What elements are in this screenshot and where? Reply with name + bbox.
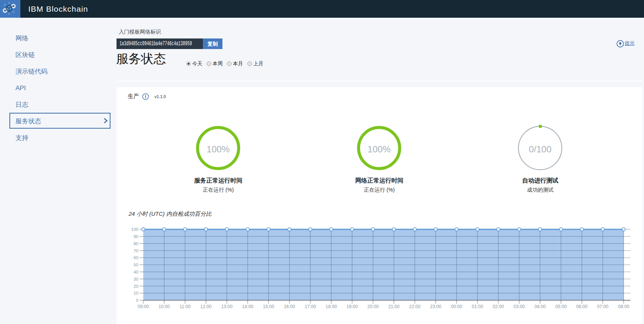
svg-text:20:00: 20:00	[367, 304, 379, 309]
svg-text:80: 80	[133, 241, 138, 246]
svg-text:09:00: 09:00	[138, 304, 149, 309]
svg-text:13:00: 13:00	[221, 304, 233, 309]
svg-text:60: 60	[133, 255, 138, 260]
svg-text:40: 40	[133, 270, 138, 274]
svg-text:00:00: 00:00	[451, 304, 462, 309]
svg-text:14:00: 14:00	[242, 304, 253, 309]
svg-text:30: 30	[133, 277, 138, 281]
svg-text:17:00: 17:00	[305, 304, 316, 309]
svg-text:01:00: 01:00	[472, 304, 483, 309]
svg-text:02:00: 02:00	[493, 304, 504, 309]
svg-text:23:00: 23:00	[430, 304, 441, 309]
svg-text:70: 70	[133, 249, 138, 253]
svg-text:90: 90	[133, 234, 138, 239]
svg-text:100: 100	[131, 227, 138, 232]
svg-text:22:00: 22:00	[409, 304, 420, 309]
svg-text:21:00: 21:00	[388, 304, 400, 309]
svg-text:11:00: 11:00	[179, 304, 190, 309]
svg-text:05:00: 05:00	[555, 304, 567, 309]
svg-text:16:00: 16:00	[284, 304, 295, 309]
svg-text:0: 0	[136, 298, 138, 303]
svg-text:20: 20	[133, 284, 138, 289]
svg-text:15:00: 15:00	[263, 304, 274, 309]
svg-text:18:00: 18:00	[325, 304, 337, 309]
svg-text:12:00: 12:00	[200, 304, 212, 309]
svg-text:i: i	[145, 94, 146, 99]
svg-text:10: 10	[133, 291, 138, 295]
svg-text:06:00: 06:00	[576, 304, 587, 309]
svg-text:04:00: 04:00	[534, 304, 546, 309]
svg-text:10:00: 10:00	[158, 304, 170, 309]
svg-text:03:00: 03:00	[514, 304, 525, 309]
svg-text:19:00: 19:00	[347, 304, 358, 309]
svg-text:08:00: 08:00	[618, 304, 629, 309]
svg-text:50: 50	[133, 263, 138, 267]
svg-text:07:00: 07:00	[597, 304, 609, 309]
